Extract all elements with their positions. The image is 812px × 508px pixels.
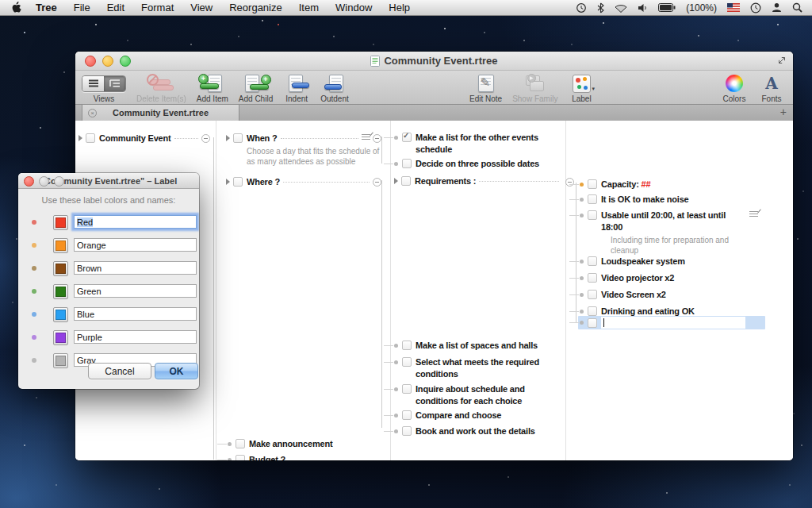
outline-item[interactable]: It is OK to make noise — [580, 194, 770, 206]
color-well-green[interactable] — [53, 284, 68, 299]
menu-edit[interactable]: Edit — [107, 2, 124, 13]
tab-community-event[interactable]: × Community Event.rtree — [82, 105, 239, 121]
disclosure-triangle-icon[interactable] — [226, 179, 230, 185]
toolbar-colors[interactable]: Colors — [721, 73, 748, 103]
bluetooth-icon[interactable] — [597, 2, 604, 13]
menu-help[interactable]: Help — [389, 2, 410, 13]
disclosure-triangle-icon[interactable] — [79, 135, 82, 141]
toolbar-views[interactable]: Views — [82, 73, 126, 103]
outline-item[interactable]: Usable until 20:00, at least until 18:00… — [580, 210, 760, 256]
outline-view-icon[interactable] — [104, 76, 125, 91]
item-checkbox[interactable] — [588, 256, 597, 266]
color-well-blue[interactable] — [53, 307, 68, 322]
item-bullet-orange[interactable] — [580, 183, 584, 187]
fullscreen-icon[interactable] — [778, 56, 786, 64]
apple-menu-icon[interactable] — [11, 2, 21, 13]
label-name-field-blue[interactable]: Blue — [74, 307, 197, 321]
item-checkbox[interactable] — [588, 210, 597, 220]
item-bullet[interactable] — [580, 260, 584, 264]
item-checkbox[interactable] — [236, 439, 245, 448]
outline-item[interactable]: Community Event — [79, 133, 210, 144]
label-name-field-brown[interactable]: Brown — [74, 261, 197, 275]
item-checkbox[interactable] — [233, 177, 243, 187]
item-bullet[interactable] — [580, 198, 584, 202]
outline-item[interactable]: Video projector x2 — [580, 272, 770, 284]
outline-item[interactable]: Make announcement — [228, 438, 332, 450]
item-checkbox[interactable] — [86, 133, 95, 143]
item-checkbox[interactable] — [402, 384, 412, 394]
battery-icon[interactable] — [658, 3, 676, 12]
item-edit-field[interactable] — [601, 317, 745, 329]
ok-button[interactable]: OK — [155, 363, 198, 379]
menu-item[interactable]: Item — [299, 2, 319, 13]
menu-tree[interactable]: Tree — [36, 2, 57, 13]
list-view-icon[interactable] — [82, 76, 104, 91]
item-bullet[interactable] — [580, 321, 584, 325]
toolbar-add-item[interactable]: + Add Item — [197, 73, 228, 103]
item-bullet[interactable] — [580, 214, 584, 217]
item-checkbox-checked[interactable] — [402, 133, 412, 142]
clock-icon[interactable] — [750, 2, 761, 13]
dialog-title-bar[interactable]: "Community Event.rtree" – Label — [18, 173, 199, 189]
item-bullet[interactable] — [394, 360, 398, 364]
item-bullet[interactable] — [580, 276, 584, 280]
collapse-button[interactable] — [373, 134, 381, 143]
toolbar-indent[interactable]: Indent — [283, 73, 310, 103]
toolbar-outdent[interactable]: Outdent — [320, 73, 349, 103]
item-bullet[interactable] — [394, 414, 398, 418]
outline-item[interactable]: Inquire about schedule and conditions fo… — [394, 383, 561, 407]
outline-item[interactable]: Video Screen x2 — [580, 289, 770, 301]
toolbar-fonts[interactable]: A Fonts — [758, 73, 785, 103]
item-bullet[interactable] — [580, 293, 584, 297]
collapse-button[interactable] — [201, 134, 210, 143]
outline-item[interactable]: Book and work out the details — [394, 425, 561, 437]
cancel-button[interactable]: Cancel — [88, 363, 151, 379]
menu-reorganize[interactable]: Reorganize — [229, 2, 282, 13]
item-checkbox[interactable] — [588, 318, 597, 328]
menu-view[interactable]: View — [190, 2, 213, 13]
outline-item-editing[interactable] — [578, 316, 765, 329]
item-bullet[interactable] — [394, 429, 398, 433]
item-checkbox[interactable] — [402, 159, 412, 168]
menu-window[interactable]: Window — [335, 2, 372, 13]
tab-close-icon[interactable]: × — [88, 109, 97, 117]
outline-item[interactable]: Select what meets the required condition… — [394, 356, 561, 380]
item-bullet[interactable] — [394, 136, 398, 140]
item-bullet[interactable] — [394, 162, 398, 166]
title-bar[interactable]: Community Event.rtree — [75, 52, 793, 71]
outline-item[interactable]: Decide on three possible dates — [394, 158, 561, 170]
item-checkbox[interactable] — [402, 357, 412, 367]
label-name-field-red[interactable]: Red — [74, 215, 197, 229]
color-well-orange[interactable] — [53, 238, 68, 253]
item-bullet[interactable] — [394, 387, 398, 391]
outline-item[interactable]: Capacity: ## — [580, 179, 770, 190]
color-well-gray[interactable] — [53, 353, 68, 368]
outline-item[interactable]: Requirements : — [394, 175, 562, 187]
item-bullet[interactable] — [228, 442, 232, 446]
outline-item[interactable]: Budget ? — [228, 454, 285, 460]
item-checkbox[interactable] — [588, 194, 597, 204]
time-machine-icon[interactable] — [576, 2, 587, 13]
item-checkbox[interactable] — [588, 290, 597, 299]
item-bullet[interactable] — [228, 458, 232, 460]
toolbar-label[interactable]: ▾ Label — [568, 73, 595, 103]
disclosure-triangle-icon[interactable] — [226, 135, 230, 141]
label-name-field-purple[interactable]: Purple — [74, 330, 197, 344]
item-checkbox[interactable] — [236, 455, 245, 460]
label-name-field-green[interactable]: Green — [74, 284, 197, 298]
item-bullet[interactable] — [394, 344, 398, 348]
item-checkbox[interactable] — [588, 273, 597, 283]
input-source-us-flag-icon[interactable] — [727, 3, 740, 12]
color-well-purple[interactable] — [53, 330, 68, 345]
label-name-field-orange[interactable]: Orange — [74, 238, 197, 252]
color-well-brown[interactable] — [53, 261, 68, 276]
outline-item[interactable]: Where ? — [226, 176, 381, 188]
note-icon[interactable] — [749, 211, 758, 218]
menu-format[interactable]: Format — [141, 2, 174, 13]
outline-item[interactable]: When ? Choose a day that fits the schedu… — [226, 133, 381, 167]
toolbar-add-child[interactable]: + Add Child — [239, 73, 273, 103]
color-well-red[interactable] — [53, 215, 68, 230]
item-checkbox[interactable] — [401, 176, 411, 186]
item-checkbox[interactable] — [233, 133, 243, 143]
item-checkbox[interactable] — [588, 179, 597, 189]
